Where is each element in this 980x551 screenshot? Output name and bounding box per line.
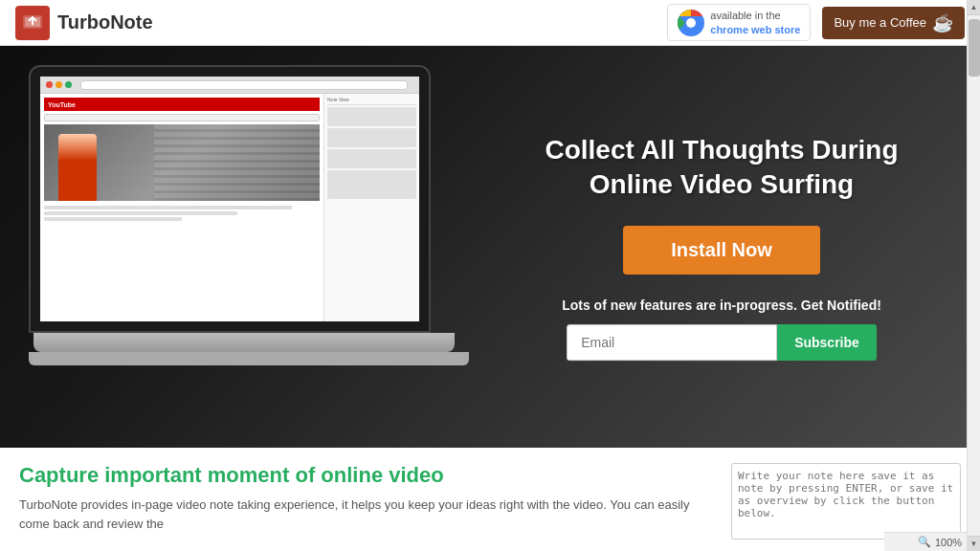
bottom-section: Capture important moment of online video…: [0, 448, 980, 551]
scroll-down-button[interactable]: ▼: [968, 536, 981, 551]
laptop-screen-content: YouTube: [40, 77, 419, 321]
browser-close-dot: [46, 81, 53, 88]
browser-minimize-dot: [56, 81, 62, 88]
header-right: available in the chrome web store Buy me…: [667, 4, 965, 41]
hero-section: YouTube: [0, 46, 980, 448]
browser-maximize-dot: [65, 81, 72, 88]
laptop-base: [33, 333, 455, 352]
scroll-thumb[interactable]: [969, 19, 980, 77]
scrollbar: ▲ ▼: [967, 0, 980, 551]
hero-text-area: Collect All Thoughts During Online Video…: [501, 133, 942, 361]
video-bg-lines: [154, 124, 320, 201]
coffee-icon: ☕: [932, 12, 953, 33]
header: TurboNote available in the chrome web st…: [0, 0, 980, 46]
youtube-main: YouTube: [40, 94, 323, 321]
youtube-logo: YouTube: [48, 101, 76, 108]
note-thumb-1: [327, 107, 416, 126]
yt-info-line-1: [44, 206, 292, 209]
note-panel-header: Note View: [327, 97, 416, 105]
chrome-store-text: available in the chrome web store: [710, 9, 800, 36]
yt-info-line-2: [44, 211, 237, 215]
browser-url-bar: [80, 80, 408, 90]
subscribe-button[interactable]: Subscribe: [777, 324, 877, 361]
note-thumb-3: [327, 149, 416, 168]
bottom-title: Capture important moment of online video: [19, 463, 712, 488]
hero-headline: Collect All Thoughts During Online Video…: [501, 133, 942, 203]
youtube-video-thumbnail: [44, 124, 320, 201]
note-textarea[interactable]: [731, 463, 961, 540]
bottom-description: TurboNote provides in-page video note ta…: [19, 496, 712, 533]
email-input[interactable]: [567, 324, 777, 361]
buy-coffee-button[interactable]: Buy me a Coffee ☕: [822, 7, 965, 39]
bottom-left: Capture important moment of online video…: [19, 463, 712, 536]
zoom-level: 100%: [935, 537, 962, 548]
notify-text: Lots of new features are in-progress. Ge…: [501, 298, 942, 313]
logo-text: TurboNote: [57, 11, 153, 33]
video-person-silhouette: [58, 134, 97, 201]
chrome-icon: [678, 10, 704, 36]
laptop-screen-outer: YouTube: [29, 65, 431, 333]
bottom-right: [731, 463, 961, 536]
yt-info-line-3: [44, 217, 182, 221]
laptop-mockup: YouTube: [29, 65, 459, 429]
youtube-content: YouTube: [40, 94, 419, 321]
turbonote-logo-icon: [15, 6, 50, 40]
note-thumb-4: [327, 170, 416, 199]
status-bar: 🔍 100% ▼: [884, 532, 980, 551]
install-now-button[interactable]: Install Now: [623, 226, 820, 275]
youtube-header: YouTube: [44, 98, 320, 111]
laptop-trackpad: [29, 352, 469, 365]
chrome-store-badge[interactable]: available in the chrome web store: [667, 4, 811, 41]
browser-bar: [40, 77, 419, 94]
scroll-up-button[interactable]: ▲: [968, 0, 981, 15]
youtube-info-lines: [44, 204, 320, 225]
chrome-store-line1: available in the: [710, 9, 800, 22]
buy-coffee-label: Buy me a Coffee: [834, 15, 926, 30]
youtube-search-bar: [44, 114, 320, 121]
svg-point-3: [687, 19, 695, 27]
logo-area: TurboNote: [15, 6, 153, 40]
laptop-screen-inner: YouTube: [40, 77, 419, 321]
chrome-store-line2: chrome web store: [710, 23, 800, 36]
note-panel-sidebar: Note View: [323, 94, 419, 321]
note-thumb-2: [327, 128, 416, 147]
email-form: Subscribe: [501, 324, 942, 361]
zoom-icon: 🔍: [918, 536, 931, 548]
